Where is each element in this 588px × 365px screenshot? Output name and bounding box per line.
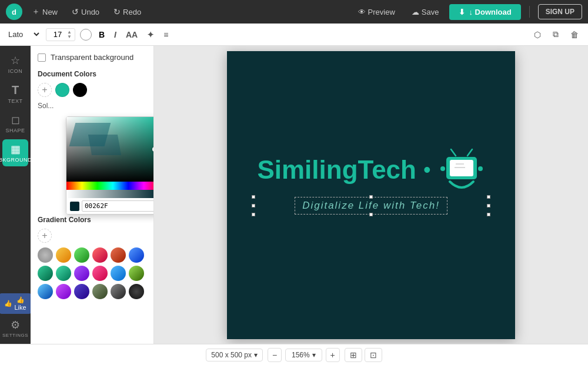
hue-slider[interactable] [66, 182, 154, 190]
sidebar-bottom: 👍 👍 Like ⚙ SETTINGS [0, 293, 31, 344]
svg-line-0 [451, 149, 456, 156]
preview-button[interactable]: 👁 Preview [352, 5, 401, 19]
design-canvas[interactable]: SimilingTech • [227, 51, 515, 339]
color-picker-canvas[interactable] [66, 117, 154, 182]
gradient-swatch-17[interactable] [129, 284, 144, 299]
toolbar-divider [529, 6, 530, 18]
gradient-swatch-1[interactable] [56, 247, 71, 263]
doc-colors-title: Document Colors [38, 70, 146, 78]
caps-button[interactable]: AA [123, 29, 140, 41]
bold-button[interactable]: B [96, 29, 107, 41]
like-button[interactable]: 👍 👍 Like [0, 293, 31, 314]
zoom-in-button[interactable]: + [326, 348, 340, 362]
sidebar-item-text[interactable]: T TEXT [2, 80, 28, 108]
thumbs-up-icon: 👍 [4, 300, 12, 307]
view-buttons: ⊞ ⊡ [345, 348, 382, 362]
sidebar-item-bkground[interactable]: ▦ BKGROUND [2, 139, 28, 166]
gradient-swatches [38, 247, 146, 299]
svg-point-6 [440, 166, 445, 171]
gradient-swatch-11[interactable] [129, 266, 144, 281]
italic-button[interactable]: I [112, 29, 119, 41]
font-size-arrows: ▲ ▼ [67, 30, 72, 39]
gradient-swatch-0[interactable] [38, 247, 53, 263]
save-button[interactable]: ☁ Save [406, 5, 445, 19]
logo-dot: • [423, 158, 431, 182]
fit-view-button[interactable]: ⊡ [365, 348, 382, 362]
doc-swatch-black[interactable] [73, 83, 87, 97]
color-gradient-area[interactable] [66, 117, 154, 182]
hex-input[interactable] [82, 200, 154, 212]
gradient-swatch-3[interactable] [92, 247, 108, 263]
gradient-swatch-7[interactable] [56, 266, 71, 281]
zoom-label[interactable]: 156% ▾ [285, 349, 322, 361]
undo-button[interactable]: ↺ Undo [67, 5, 104, 19]
redo-button[interactable]: ↻ Redo [109, 5, 146, 19]
sidebar-item-icon[interactable]: ☆ ICON [2, 51, 28, 78]
add-gradient-button[interactable]: + [38, 229, 52, 243]
gradient-swatch-13[interactable] [56, 284, 71, 299]
signup-button[interactable]: SIGN UP [538, 4, 582, 19]
subtitle-container: Digitalize Life with Tech! [253, 197, 489, 215]
new-button[interactable]: ＋ New [27, 4, 62, 19]
main-area: ☆ ICON T TEXT ◻ SHAPE ▦ BKGROUND 👍 👍 Lik… [0, 46, 588, 344]
gradient-section: Gradient Colors + [38, 216, 146, 299]
gradient-swatch-14[interactable] [74, 284, 89, 299]
left-sidebar: ☆ ICON T TEXT ◻ SHAPE ▦ BKGROUND 👍 👍 Lik… [0, 46, 31, 344]
svg-line-1 [467, 149, 472, 156]
shape-icon: ◻ [11, 113, 20, 126]
background-icon: ▦ [11, 143, 21, 156]
logo-text-main: SimilingTech [257, 155, 416, 185]
grid-view-button[interactable]: ⊞ [345, 348, 362, 362]
hex-swatch [70, 202, 79, 211]
gradient-colors-title: Gradient Colors [38, 216, 146, 224]
gradient-swatch-4[interactable] [111, 247, 126, 263]
eye-icon: 👁 [358, 8, 366, 16]
gradient-swatch-6[interactable] [38, 266, 53, 281]
canvas-subtitle: Digitalize Life with Tech! [302, 200, 440, 211]
hex-row [66, 198, 154, 214]
subtitle-selection-box: Digitalize Life with Tech! [295, 197, 447, 215]
text-icon: T [12, 83, 19, 97]
gradient-swatch-10[interactable] [111, 266, 126, 281]
color-picker-popup [66, 116, 154, 215]
size-selector[interactable]: 500 x 500 px ▾ [206, 349, 263, 361]
logo-headline-row: SimilingTech • [253, 146, 489, 193]
gradient-swatch-15[interactable] [92, 284, 108, 299]
gradient-swatch-9[interactable] [92, 266, 108, 281]
duplicate-button[interactable]: ⧉ [549, 28, 562, 41]
add-color-button[interactable]: + [38, 83, 52, 97]
gradient-swatch-12[interactable] [38, 284, 53, 299]
bottom-bar: 500 x 500 px ▾ − 156% ▾ + ⊞ ⊡ [0, 344, 588, 365]
doc-swatch-green[interactable] [55, 83, 69, 97]
delete-button[interactable]: 🗑 [567, 29, 582, 41]
secondary-toolbar: Lato ▲ ▼ B I AA ✦ ≡ ⬡ ⧉ 🗑 [0, 24, 588, 46]
tv-icon [438, 146, 485, 193]
plus-icon: ＋ [32, 6, 40, 17]
app-logo: d [6, 4, 22, 20]
opacity-slider[interactable] [66, 190, 154, 198]
font-color-picker[interactable] [80, 29, 92, 41]
canvas-area: SimilingTech • [154, 46, 588, 344]
font-size-down[interactable]: ▼ [67, 35, 72, 39]
gradient-swatch-2[interactable] [74, 247, 89, 263]
font-size-input[interactable] [49, 30, 66, 39]
transparent-bg-checkbox[interactable] [38, 53, 46, 62]
spacing-button[interactable]: ✦ [145, 29, 156, 41]
zoom-controls: − 156% ▾ + [268, 348, 340, 362]
download-button[interactable]: ⬇ ↓ Download [449, 4, 520, 20]
sidebar-item-shape[interactable]: ◻ SHAPE [2, 110, 28, 137]
download-icon: ⬇ [459, 8, 465, 16]
layers-button[interactable]: ⬡ [530, 29, 544, 41]
font-selector[interactable]: Lato [6, 29, 41, 39]
solid-label: Sol... [38, 102, 146, 110]
gradient-swatch-5[interactable] [129, 247, 144, 263]
left-panel: Transparent background Document Colors +… [31, 46, 154, 344]
lineh-button[interactable]: ≡ [161, 29, 171, 41]
gradient-swatch-16[interactable] [111, 284, 126, 299]
doc-color-row: + [38, 83, 146, 97]
settings-item[interactable]: ⚙ SETTINGS [2, 319, 28, 338]
zoom-out-button[interactable]: − [268, 348, 282, 362]
top-toolbar: d ＋ New ↺ Undo ↻ Redo 👁 Preview ☁ Save ⬇… [0, 0, 588, 24]
gradient-swatch-8[interactable] [74, 266, 89, 281]
font-size-control: ▲ ▼ [46, 28, 75, 41]
